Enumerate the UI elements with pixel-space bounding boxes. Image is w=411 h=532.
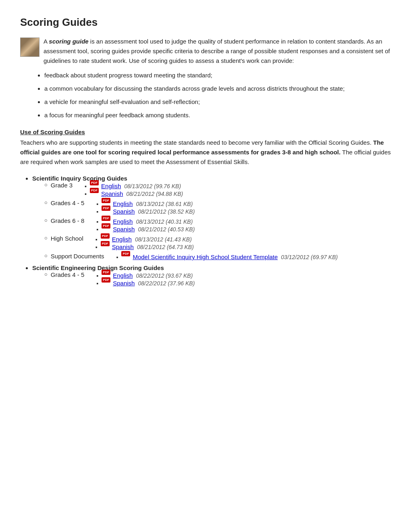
- english-link-0-0[interactable]: English: [101, 183, 121, 189]
- file-meta-1-0-1: 08/22/2012 (37.96 KB): [138, 280, 195, 287]
- file-item: PDF English 08/13/2012 (40.31 KB): [96, 218, 195, 225]
- file-item: PDF English 08/13/2012 (38.61 KB): [96, 200, 195, 207]
- file-item: PDF English 08/22/2012 (93.67 KB): [96, 272, 195, 279]
- spanish-link-0-1[interactable]: Spanish: [113, 208, 135, 215]
- file-item: PDF Spanish 08/21/2012 (38.52 KB): [96, 208, 195, 215]
- spanish-link-0-0[interactable]: Spanish: [101, 190, 123, 197]
- use-section-heading: Use of Scoring Guides: [20, 129, 391, 135]
- pdf-icon: PDF: [101, 241, 110, 246]
- main-sections-list: Scientific Inquiry Scoring Guides Grade …: [32, 175, 391, 287]
- page-title: Scoring Guides: [20, 16, 391, 29]
- pdf-icon: PDF: [102, 206, 110, 211]
- pdf-icon: PDF: [90, 180, 99, 185]
- file-item: PDF Spanish 08/21/2012 (94.88 KB): [85, 190, 183, 197]
- subsection-label: Grades 4 - 5: [51, 200, 84, 206]
- intro-text: A scoring guide is an assessment tool us…: [44, 37, 391, 66]
- intro-block: A scoring guide is an assessment tool us…: [20, 37, 391, 66]
- file-meta-0-3-0: 08/13/2012 (41.43 KB): [135, 236, 192, 243]
- use-section: Use of Scoring Guides Teachers who are s…: [20, 129, 391, 167]
- bullet-4: a focus for meaningful peer feedback amo…: [44, 110, 391, 121]
- subsection-label: Grades 4 - 5: [51, 271, 84, 278]
- file-item: PDF Spanish 08/22/2012 (37.96 KB): [96, 280, 195, 287]
- subsection-0-3: High School PDF English 08/13/2012 (41.4…: [44, 235, 391, 251]
- english-link-0-3[interactable]: English: [112, 236, 132, 243]
- file-list-0-0: PDF English 08/13/2012 (99.76 KB) PDF Sp…: [85, 183, 183, 198]
- pdf-icon: PDF: [102, 198, 110, 203]
- english-link-0-1[interactable]: English: [113, 200, 133, 207]
- main-section-0-title: Scientific Inquiry Scoring Guides: [32, 175, 127, 182]
- use-text1: Teachers who are supporting students in …: [20, 139, 373, 146]
- file-list-0-4: PDF Model Scientific Inquiry High School…: [116, 254, 338, 261]
- pdf-icon: PDF: [102, 277, 110, 283]
- file-list-0-2: PDF English 08/13/2012 (40.31 KB) PDF Sp…: [96, 218, 195, 233]
- file-meta-0-4-0: 03/12/2012 (69.97 KB): [281, 254, 338, 260]
- pdf-icon: PDF: [121, 251, 130, 256]
- english-link-1-0[interactable]: English: [113, 272, 133, 279]
- file-meta-0-2-1: 08/21/2012 (40.53 KB): [138, 226, 195, 233]
- bullet-1: feedback about student progress toward m…: [44, 70, 391, 81]
- spanish-link-0-2[interactable]: Spanish: [113, 226, 135, 233]
- pdf-icon: PDF: [102, 270, 110, 275]
- model-template-link[interactable]: Model Scientific Inquiry High School Stu…: [133, 254, 278, 260]
- english-link-0-2[interactable]: English: [113, 218, 133, 225]
- pdf-icon: PDF: [102, 223, 110, 229]
- subsection-0-2: Grades 6 - 8 PDF English 08/13/2012 (40.…: [44, 217, 391, 233]
- subsection-0-4: Support Documents PDF Model Scientific I…: [44, 253, 391, 261]
- spanish-link-0-3[interactable]: Spanish: [112, 243, 134, 250]
- spanish-link-1-0[interactable]: Spanish: [113, 280, 135, 287]
- intro-bullets: feedback about student progress toward m…: [44, 70, 391, 121]
- bullet-3: a vehicle for meaningful self-evaluation…: [44, 96, 391, 107]
- subsection-0-0: Grade 3 PDF English 08/13/2012 (99.76 KB…: [44, 182, 391, 198]
- scoring-guide-thumbnail: [20, 37, 39, 57]
- bullet-2: a common vocabulary for discussing the s…: [44, 83, 391, 94]
- file-meta-0-0-0: 08/13/2012 (99.76 KB): [124, 183, 181, 189]
- file-item: PDF Spanish 08/21/2012 (64.73 KB): [95, 243, 194, 250]
- intro-bold-italic: scoring guide: [49, 38, 88, 45]
- file-list-0-1: PDF English 08/13/2012 (38.61 KB) PDF Sp…: [96, 200, 195, 216]
- pdf-icon: PDF: [90, 188, 99, 193]
- sub-list-1: Grades 4 - 5 PDF English 08/22/2012 (93.…: [44, 271, 391, 287]
- main-section-0: Scientific Inquiry Scoring Guides Grade …: [32, 175, 391, 261]
- intro-suffix: is an assessment tool used to judge the …: [44, 38, 390, 64]
- main-section-1: Scientific Engineering Design Scoring Gu…: [32, 264, 391, 287]
- file-meta-1-0-0: 08/22/2012 (93.67 KB): [136, 272, 193, 279]
- use-section-text: Teachers who are supporting students in …: [20, 138, 391, 167]
- file-item: PDF English 08/13/2012 (99.76 KB): [85, 183, 183, 189]
- subsection-label: Support Documents: [51, 253, 104, 260]
- file-meta-0-1-0: 08/13/2012 (38.61 KB): [136, 201, 193, 207]
- sub-list-0: Grade 3 PDF English 08/13/2012 (99.76 KB…: [44, 182, 391, 261]
- file-meta-0-3-1: 08/21/2012 (64.73 KB): [137, 244, 194, 250]
- intro-prefix: A: [44, 38, 49, 45]
- subsection-label: High School: [51, 235, 83, 242]
- file-meta-0-1-1: 08/21/2012 (38.52 KB): [138, 208, 195, 215]
- file-meta-0-2-0: 08/13/2012 (40.31 KB): [136, 218, 193, 225]
- subsection-0-1: Grades 4 - 5 PDF English 08/13/2012 (38.…: [44, 200, 391, 216]
- file-list-0-3: PDF English 08/13/2012 (41.43 KB) PDF Sp…: [95, 236, 194, 251]
- file-list-1-0: PDF English 08/22/2012 (93.67 KB) PDF Sp…: [96, 272, 195, 287]
- file-item: PDF Model Scientific Inquiry High School…: [116, 254, 338, 260]
- subsection-label: Grade 3: [51, 182, 73, 189]
- file-meta-0-0-1: 08/21/2012 (94.88 KB): [126, 191, 183, 197]
- file-item: PDF English 08/13/2012 (41.43 KB): [95, 236, 194, 243]
- subsection-label: Grades 6 - 8: [51, 217, 84, 224]
- main-section-1-title: Scientific Engineering Design Scoring Gu…: [32, 264, 164, 271]
- file-item: PDF Spanish 08/21/2012 (40.53 KB): [96, 226, 195, 233]
- pdf-icon: PDF: [101, 233, 110, 239]
- pdf-icon: PDF: [102, 216, 110, 221]
- subsection-1-0: Grades 4 - 5 PDF English 08/22/2012 (93.…: [44, 271, 391, 287]
